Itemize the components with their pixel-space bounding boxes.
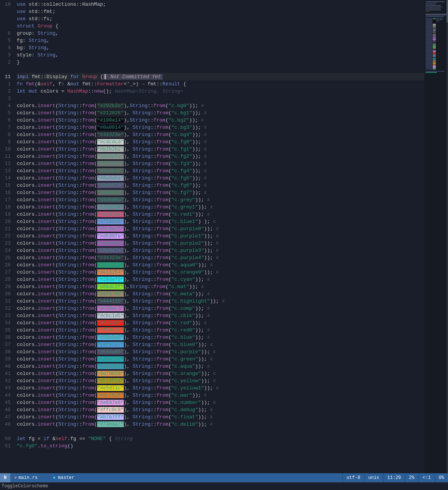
code-line: colors.insert(String::from("#5b5b5b"), S… — [17, 167, 424, 175]
code-line: colors.insert(String::from("#a45bad"), S… — [17, 240, 424, 247]
code-line: colors.insert(String::from("#28def0"), S… — [17, 276, 424, 283]
code-line — [17, 428, 424, 435]
scroll-position: 2% — [405, 473, 418, 482]
code-line: colors.insert(String::from("#0a0814"), S… — [17, 124, 424, 131]
status-right: utf-8 unix 11:29 2% <:1 0% — [342, 473, 448, 482]
code-line: colors.insert(String::from("#4f97d7"), S… — [17, 341, 424, 348]
pane-label: <:1 — [422, 475, 431, 480]
code-line: colors.insert(String::from("#b1951d"), S… — [17, 377, 424, 384]
line-ending-label: unix — [368, 475, 379, 480]
code-line: colors.insert(String::from("#bc6ec5"), S… — [17, 225, 424, 232]
encoding-label: utf-8 — [347, 475, 360, 480]
code-line: colors.insert(String::from("#768294"), S… — [17, 203, 424, 211]
pane2-label: 0% — [439, 475, 444, 480]
code-line: let mut colors = HashMap::new(); HashMap… — [17, 88, 424, 95]
mode-label: N — [4, 475, 6, 480]
code-line: colors.insert(String::from("#212026"), S… — [17, 109, 424, 117]
code-line: colors.insert(String::from("#4495b4"), S… — [17, 363, 424, 370]
pane2-info: 0% — [435, 473, 448, 482]
code-line: colors.insert(String::from("#f54e3c"), S… — [17, 327, 424, 334]
code-line — [17, 66, 424, 73]
code-line: colors.insert(String::from("#ffc8c8"), S… — [17, 406, 424, 413]
code-line: colors.insert(String::from("#d698fe"), S… — [17, 232, 424, 240]
code-area: 10 6 5 4 3 2 11 1 2 3 4 5 6 — [0, 0, 448, 473]
code-line: colors.insert(String::from("#f2241f"), S… — [17, 319, 424, 327]
code-line: colors.insert(String::from("#e697e6"), S… — [17, 399, 424, 406]
code-line: colors.insert(String::from("#444155"), S… — [17, 298, 424, 305]
code-line — [17, 95, 424, 102]
code-line: colors.insert(String::from("#100a14"),St… — [17, 117, 424, 124]
code-line: colors.insert(String::from("#b7b7ff"), S… — [17, 413, 424, 421]
branch-label: master — [58, 475, 74, 480]
code-line: colors.insert(String::from("#cdcdcd"), S… — [17, 138, 424, 146]
code-line: group: String, — [17, 30, 424, 37]
code-line: fn fmt(&self, f: &mut fmt::Formatter<'_>… — [17, 80, 424, 88]
code-line: style: String, — [17, 51, 424, 59]
encoding-info: utf-8 — [342, 473, 364, 482]
code-lines[interactable]: use std::collections::HashMap; use std::… — [14, 0, 424, 473]
code-line-active: impl fmt::Display for Group {▌ Not Commi… — [17, 73, 424, 80]
code-line: colors.insert(String::from("#d79650"), S… — [17, 370, 424, 377]
code-line: colors.insert(String::from("#292b2e"),St… — [17, 102, 424, 109]
status-bar: N ● main.rs ● master utf-8 unix 11:29 — [0, 473, 448, 482]
code-line: colors.insert(String::from("#2d9574"), S… — [17, 261, 424, 269]
code-line: colors.insert(String::from("#5d4d7a"), S… — [17, 247, 424, 254]
code-line: use std::collections::HashMap; — [17, 1, 424, 8]
file-dot-icon: ● — [14, 475, 17, 480]
code-line: colors.insert(String::from("#5e5079"), S… — [17, 182, 424, 189]
file-size — [42, 473, 49, 482]
code-line: colors.insert(String::from("#544a65"), S… — [17, 348, 424, 355]
code-line: colors.insert(String::from("#e5d11c"), S… — [17, 384, 424, 392]
code-line: colors.insert(String::from("#ce537a"), S… — [17, 211, 424, 218]
code-line: colors.insert(String::from("#34323e"), S… — [17, 254, 424, 261]
toggle-label: ToggleColorscheme — [2, 484, 48, 489]
code-line: colors.insert(String::from("#e18254"), S… — [17, 269, 424, 276]
code-line: fg: String, — [17, 37, 424, 44]
code-line: colors.insert(String::from("#58b0d9"), S… — [17, 334, 424, 341]
code-line: colors.insert(String::from("#9f8766"), S… — [17, 290, 424, 298]
gutter: 10 6 5 4 3 2 11 1 2 3 4 5 6 — [0, 0, 14, 473]
code-line: bg: String, — [17, 44, 424, 51]
code-line: colors.insert(String::from("#8e8e8e"), S… — [17, 153, 424, 160]
file-info[interactable]: ● main.rs — [10, 473, 42, 482]
code-line: "c.fg0".to_string() — [17, 442, 424, 450]
editor-container: 10 6 5 4 3 2 11 1 2 3 4 5 6 — [0, 0, 448, 490]
minimap — [424, 0, 448, 473]
line-ending-info: unix — [364, 473, 383, 482]
cursor-label: 11:29 — [387, 475, 401, 480]
code-line: colors.insert(String::from("#44505c"), S… — [17, 196, 424, 203]
code-line: colors.insert(String::from("#7590db"), S… — [17, 218, 424, 225]
code-line: struct Group { — [17, 22, 424, 30]
toggle-bar[interactable]: ToggleColorscheme — [0, 482, 448, 490]
code-line: colors.insert(String::from("#666666"), S… — [17, 189, 424, 196]
cursor-position: 11:29 — [383, 473, 405, 482]
code-line: colors.insert(String::from("#2aa1ae"), S… — [17, 355, 424, 363]
code-line: colors.insert(String::from("#9a9aba"), S… — [17, 175, 424, 182]
code-line: colors.insert(String::from("#dc752f"), S… — [17, 392, 424, 399]
code-line: colors.insert(String::from("#cbc1d5"), S… — [17, 312, 424, 319]
code-line: } — [17, 59, 424, 66]
code-line: colors.insert(String::from("#c56ec3"), S… — [17, 305, 424, 312]
code-line: colors.insert(String::from("#34323e"), S… — [17, 131, 424, 138]
branch-dot-icon: ● — [53, 475, 56, 480]
code-line: colors.insert(String::from("#74baac"), S… — [17, 421, 424, 428]
code-line: colors.insert(String::from("#727272"), S… — [17, 160, 424, 167]
code-line: use std::fs; — [17, 15, 424, 22]
filename-label: main.rs — [18, 475, 37, 480]
pane-info: <:1 — [418, 473, 435, 482]
code-line: let fg = if &self.fg == "NONE" { String — [17, 435, 424, 442]
code-line: colors.insert(String::from("#86dc2f"),St… — [17, 283, 424, 290]
branch-info[interactable]: ● master — [49, 473, 78, 482]
mode-indicator: N — [0, 473, 10, 482]
code-line: colors.insert(String::from("#b2b2b2"), S… — [17, 146, 424, 153]
scroll-label: 2% — [409, 475, 414, 480]
code-line: use std::fmt; — [17, 8, 424, 15]
